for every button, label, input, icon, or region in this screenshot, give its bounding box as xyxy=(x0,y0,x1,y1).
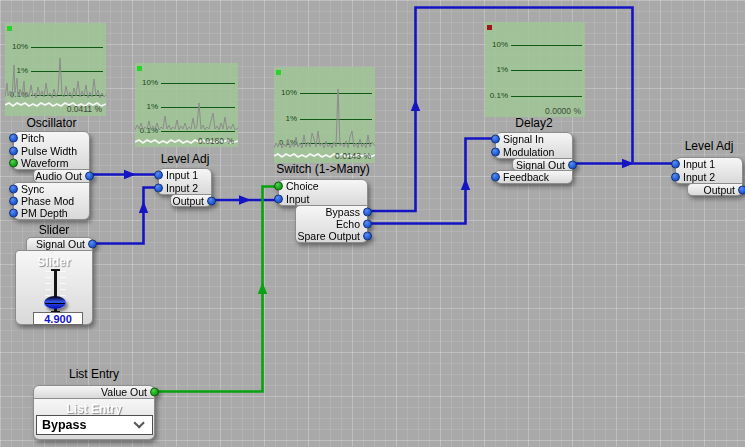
dropdown-selected-value: Bypass xyxy=(42,418,133,432)
pin-bypass[interactable] xyxy=(363,207,372,216)
pin-row: Spare Output xyxy=(296,230,367,242)
scope-value: 0.0180 % xyxy=(198,136,234,146)
module-body: Choice Input xyxy=(278,179,368,206)
module-oscillator[interactable]: Pitch Pulse Width Waveform Audio Out Syn… xyxy=(13,131,90,219)
module-body: Input 1 Input 2 xyxy=(675,157,743,184)
listentry-panel: List Entry Bypass xyxy=(33,398,155,440)
scope-display-delay2: 10% 1% 0.1% 0.0000 % xyxy=(485,22,585,117)
wire-slider-to-leveladj1[interactable] xyxy=(91,188,158,244)
pin-signal-out[interactable] xyxy=(88,240,97,249)
pin-label: Output xyxy=(703,184,735,196)
pin-input-1[interactable] xyxy=(154,171,163,180)
pin-label: Pitch xyxy=(21,132,44,144)
pin-pitch[interactable] xyxy=(9,134,18,143)
scope-gridline xyxy=(511,96,582,97)
pin-label: Input 1 xyxy=(683,158,715,170)
slider-value-box[interactable]: 4.900 xyxy=(33,312,83,325)
pin-label: Output xyxy=(172,195,204,207)
slider-panel: Slider 4.900 xyxy=(15,250,93,325)
pin-label: Feedback xyxy=(503,171,549,183)
pin-label: Choice xyxy=(286,180,319,192)
pin-row: Input 1 xyxy=(676,158,742,170)
module-body: Output xyxy=(170,194,212,208)
pin-waveform[interactable] xyxy=(9,158,18,167)
pin-label: Signal In xyxy=(503,133,544,145)
pin-row: Output xyxy=(171,195,211,207)
pin-spare-output[interactable] xyxy=(363,232,372,241)
scope-trace xyxy=(5,23,106,116)
pin-row: Pulse Width xyxy=(14,144,89,156)
scope-value: 0.0000 % xyxy=(545,106,581,116)
pin-signal-out[interactable] xyxy=(568,160,577,169)
pin-label: Input 1 xyxy=(166,169,198,181)
pin-label: Signal Out xyxy=(36,238,85,250)
pin-label: Pulse Width xyxy=(21,145,77,157)
module-leveladj1[interactable]: Input 1 Input 2 Output xyxy=(158,168,212,208)
module-delay2[interactable]: Signal In Modulation Signal Out Feedback xyxy=(495,132,573,184)
pin-row: Echo xyxy=(296,218,367,230)
module-title-listentry: List Entry xyxy=(33,367,155,381)
pin-row: Pitch xyxy=(14,132,89,144)
wire-arrow xyxy=(139,201,148,213)
wire-listentry-to-switch-choice[interactable] xyxy=(153,187,278,392)
pin-modulation[interactable] xyxy=(491,147,500,156)
scope-display-oscillator: 10% 1% 0.1% 0.0411 % xyxy=(5,23,106,116)
pin-output[interactable] xyxy=(207,196,216,205)
pin-sync[interactable] xyxy=(9,184,18,193)
pin-row: Bypass xyxy=(296,206,367,218)
module-leveladj2[interactable]: Input 1 Input 2 Output xyxy=(675,157,743,197)
pin-pulse-width[interactable] xyxy=(9,146,18,155)
pin-value-out[interactable] xyxy=(150,388,159,397)
module-listentry[interactable]: Value Out List Entry Bypass xyxy=(33,385,155,440)
scope-tick-label: 0.1% xyxy=(485,91,508,100)
pin-row: Signal Out xyxy=(27,238,92,250)
pin-signal-in[interactable] xyxy=(491,135,500,144)
module-title-oscillator: Oscillator xyxy=(13,116,90,130)
module-body: Audio Out xyxy=(33,169,90,183)
pin-phase-mod[interactable] xyxy=(9,197,18,206)
wire-arrow xyxy=(411,99,420,111)
scope-display-switch: 10% 1% 0.1% 0.0143 % xyxy=(274,67,375,163)
scope-gridline xyxy=(511,45,582,46)
pin-output[interactable] xyxy=(738,185,745,194)
pin-row: Waveform xyxy=(14,157,89,169)
scope-gridline xyxy=(511,70,582,71)
scope-tick-label: 1% xyxy=(485,65,508,74)
listentry-dropdown[interactable]: Bypass xyxy=(36,415,153,435)
pin-label: Sync xyxy=(21,183,44,195)
pin-audio-out[interactable] xyxy=(85,172,94,181)
pin-echo[interactable] xyxy=(363,220,372,229)
pin-input[interactable] xyxy=(274,194,283,203)
pin-choice[interactable] xyxy=(274,182,283,191)
pin-label: Audio Out xyxy=(35,170,82,182)
module-title-leveladj1: Level Adj xyxy=(158,152,212,166)
scope-value: 0.0411 % xyxy=(67,104,102,114)
pin-row: Output xyxy=(688,184,742,196)
pin-label: PM Depth xyxy=(21,207,68,219)
scope-value: 0.0143 % xyxy=(335,151,371,161)
pin-input-2[interactable] xyxy=(671,172,680,181)
pin-row: Choice xyxy=(279,180,367,192)
module-body: Bypass Echo Spare Output xyxy=(295,205,368,244)
wire-arrow xyxy=(124,170,136,179)
pin-label: Modulation xyxy=(503,146,554,158)
module-body: Pitch Pulse Width Waveform xyxy=(13,131,90,170)
pin-row: Input 2 xyxy=(676,170,742,182)
module-switch[interactable]: Choice Input Bypass Echo Spare Output xyxy=(278,179,368,243)
pin-feedback[interactable] xyxy=(491,173,500,182)
slider-handle[interactable] xyxy=(44,296,66,309)
pin-input-2[interactable] xyxy=(154,183,163,192)
chevron-down-icon xyxy=(133,417,144,428)
pin-input-1[interactable] xyxy=(671,160,680,169)
module-body: Signal Out xyxy=(512,158,573,172)
pin-row: Input 1 xyxy=(159,169,211,181)
listentry-panel-label: List Entry xyxy=(34,402,154,416)
pin-row: Sync xyxy=(14,183,89,195)
pin-label: Input 2 xyxy=(166,182,198,194)
pin-label: Value Out xyxy=(101,386,147,398)
module-body: Value Out xyxy=(33,385,155,399)
wire-arrow xyxy=(239,195,251,204)
module-slider[interactable]: Signal Out Slider 4.900 xyxy=(15,237,93,325)
pin-pm-depth[interactable] xyxy=(9,209,18,218)
module-body: Sync Phase Mod PM Depth xyxy=(13,182,90,221)
